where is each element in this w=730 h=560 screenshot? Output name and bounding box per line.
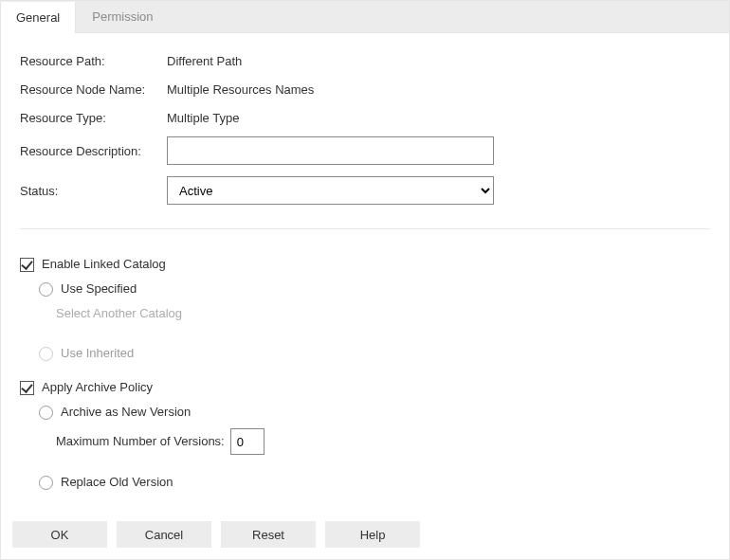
value-resource-path: Different Path bbox=[167, 54, 494, 68]
select-another-catalog-link: Select Another Catalog bbox=[56, 305, 182, 322]
value-resource-node-name: Multiple Resources Names bbox=[167, 82, 494, 97]
label-resource-path: Resource Path: bbox=[20, 54, 167, 68]
use-specified-radio[interactable] bbox=[39, 282, 53, 297]
row-resource-description: Resource Description: bbox=[20, 135, 710, 166]
enable-linked-catalog-label: Enable Linked Catalog bbox=[42, 256, 166, 273]
archive-new-version-label: Archive as New Version bbox=[61, 404, 191, 421]
enable-linked-catalog-checkbox[interactable] bbox=[20, 258, 34, 272]
row-use-inherited: Use Inherited bbox=[20, 345, 710, 362]
archive-new-version-radio[interactable] bbox=[39, 406, 53, 420]
max-versions-label: Maximum Number of Versions: bbox=[56, 433, 225, 450]
tab-general[interactable]: General bbox=[1, 2, 76, 33]
button-bar: OK Cancel Reset Help bbox=[12, 521, 420, 548]
row-select-another-catalog: Select Another Catalog bbox=[20, 305, 710, 322]
use-inherited-radio bbox=[39, 347, 53, 361]
row-enable-linked-catalog: Enable Linked Catalog bbox=[20, 256, 710, 273]
row-apply-archive-policy: Apply Archive Policy bbox=[20, 379, 710, 396]
label-resource-description: Resource Description: bbox=[20, 144, 167, 158]
properties-window: General Permission Resource Path: Differ… bbox=[0, 0, 730, 560]
row-max-versions: Maximum Number of Versions: bbox=[20, 428, 710, 455]
label-resource-node-name: Resource Node Name: bbox=[20, 82, 167, 97]
ok-button[interactable]: OK bbox=[12, 521, 107, 548]
tab-permission[interactable]: Permission bbox=[76, 1, 169, 32]
label-status: Status: bbox=[20, 184, 167, 198]
value-resource-type: Multiple Type bbox=[167, 111, 494, 125]
label-resource-type: Resource Type: bbox=[20, 111, 167, 125]
row-resource-type: Resource Type: Multiple Type bbox=[20, 107, 710, 128]
section-divider bbox=[20, 228, 710, 229]
max-versions-input[interactable] bbox=[230, 428, 265, 455]
cancel-button[interactable]: Cancel bbox=[117, 521, 211, 548]
row-resource-node-name: Resource Node Name: Multiple Resources N… bbox=[20, 79, 710, 99]
row-replace-old-version: Replace Old Version bbox=[20, 474, 710, 491]
reset-button[interactable]: Reset bbox=[221, 521, 316, 548]
apply-archive-policy-checkbox[interactable] bbox=[20, 381, 34, 395]
resource-description-input[interactable] bbox=[167, 136, 494, 165]
apply-archive-policy-label: Apply Archive Policy bbox=[42, 379, 153, 396]
help-button[interactable]: Help bbox=[325, 521, 420, 548]
tab-content-general: Resource Path: Different Path Resource N… bbox=[1, 33, 729, 491]
row-status: Status: Active bbox=[20, 175, 710, 206]
tab-bar: General Permission bbox=[1, 1, 729, 33]
status-select[interactable]: Active bbox=[167, 176, 494, 205]
row-use-specified: Use Specified bbox=[20, 280, 710, 298]
row-archive-new-version: Archive as New Version bbox=[20, 404, 710, 421]
use-inherited-label: Use Inherited bbox=[61, 345, 134, 362]
row-resource-path: Resource Path: Different Path bbox=[20, 50, 710, 71]
use-specified-label: Use Specified bbox=[61, 280, 137, 298]
replace-old-version-label: Replace Old Version bbox=[61, 474, 173, 491]
replace-old-version-radio[interactable] bbox=[39, 476, 53, 490]
